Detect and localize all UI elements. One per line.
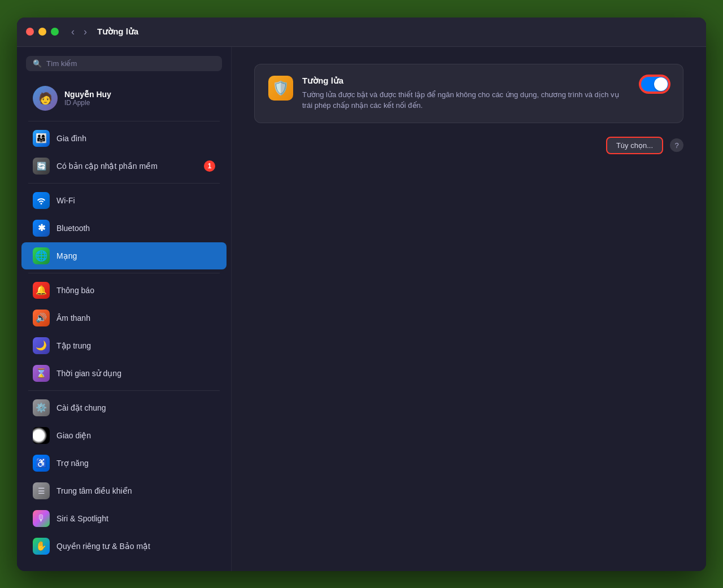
privacy-icon: ✋ <box>33 538 50 555</box>
toggle-knob <box>654 77 668 91</box>
options-button[interactable]: Tùy chọn... <box>606 137 663 154</box>
wifi-icon <box>33 192 50 209</box>
update-icon: 🔄 <box>33 158 50 175</box>
user-name: Nguyễn Huy <box>64 90 111 99</box>
sidebar: 🔍 🧑 Nguyễn Huy ID Apple 👨‍👩‍👧 Gia đình <box>17 47 232 571</box>
sidebar-item-label-siri: Siri & Spotlight <box>56 514 108 523</box>
main-panel: 🛡️ Tường lửa Tường lửa được bật và được … <box>232 47 706 571</box>
bluetooth-icon: ✱ <box>33 220 50 237</box>
sidebar-item-appearance[interactable]: Giao diện <box>21 422 227 449</box>
sound-icon: 🔊 <box>33 310 50 326</box>
firewall-toggle[interactable] <box>640 76 669 93</box>
forward-button[interactable]: › <box>80 25 90 39</box>
sidebar-item-focus[interactable]: 🌙 Tập trung <box>21 332 227 359</box>
family-icon: 👨‍👩‍👧 <box>33 130 50 147</box>
titlebar: ‹ › Tường lửa <box>17 18 706 47</box>
avatar: 🧑 <box>33 86 58 111</box>
separator-2 <box>28 183 220 184</box>
separator-1 <box>28 121 220 121</box>
firewall-title: Tường lửa <box>302 76 631 86</box>
search-input[interactable] <box>46 59 215 68</box>
sidebar-item-label-control: Trung tâm điều khiển <box>56 486 132 495</box>
sidebar-item-control[interactable]: ☰ Trung tâm điều khiển <box>21 477 227 504</box>
accessibility-icon: ♿ <box>33 455 50 472</box>
options-row: Tùy chọn... ? <box>254 137 683 154</box>
main-content: 🔍 🧑 Nguyễn Huy ID Apple 👨‍👩‍👧 Gia đình <box>17 47 706 571</box>
firewall-description: Tường lửa được bật và được thiết lập để … <box>302 89 631 111</box>
sidebar-item-label-focus: Tập trung <box>56 341 91 350</box>
general-icon: ⚙️ <box>33 399 50 416</box>
sidebar-item-label-screentime: Thời gian sử dụng <box>56 369 121 378</box>
update-left: 🔄 Có bản cập nhật phần mềm <box>33 158 158 175</box>
sidebar-item-sound[interactable]: 🔊 Âm thanh <box>21 304 227 332</box>
sidebar-item-general[interactable]: ⚙️ Cài đặt chung <box>21 394 227 421</box>
close-button[interactable] <box>26 28 34 36</box>
window-title: Tường lửa <box>97 27 138 37</box>
sidebar-item-wifi[interactable]: Wi-Fi <box>21 187 227 214</box>
sidebar-item-label-update: Có bản cập nhật phần mềm <box>56 162 158 171</box>
sidebar-item-update[interactable]: 🔄 Có bản cập nhật phần mềm 1 <box>21 153 227 180</box>
nav-buttons: ‹ › <box>68 25 90 39</box>
sidebar-item-label-network: Mạng <box>56 251 77 260</box>
separator-4 <box>28 390 220 391</box>
sidebar-item-label-wifi: Wi-Fi <box>56 196 75 205</box>
sidebar-item-label-family: Gia đình <box>56 134 86 143</box>
search-box[interactable]: 🔍 <box>26 56 222 71</box>
network-icon: 🌐 <box>33 247 50 264</box>
sidebar-item-label-appearance: Giao diện <box>56 431 91 440</box>
firewall-card-icon: 🛡️ <box>268 76 293 101</box>
control-icon: ☰ <box>33 482 50 499</box>
notifications-icon: 🔔 <box>33 282 50 299</box>
shield-icon: 🛡️ <box>272 80 289 96</box>
firewall-toggle-wrapper <box>640 76 669 93</box>
firewall-info: Tường lửa Tường lửa được bật và được thi… <box>302 76 631 111</box>
sidebar-item-notifications[interactable]: 🔔 Thông báo <box>21 277 227 304</box>
sidebar-item-label-privacy: Quyền riêng tư & Bảo mật <box>56 542 150 551</box>
sidebar-item-label-accessibility: Trợ năng <box>56 459 89 468</box>
screentime-icon: ⌛ <box>33 365 50 382</box>
sidebar-item-siri[interactable]: 🎙 Siri & Spotlight <box>21 505 227 532</box>
user-subtitle: ID Apple <box>64 99 111 107</box>
sidebar-item-label-notifications: Thông báo <box>56 286 94 295</box>
sidebar-item-label-sound: Âm thanh <box>56 313 90 323</box>
user-profile[interactable]: 🧑 Nguyễn Huy ID Apple <box>21 80 227 116</box>
settings-window: ‹ › Tường lửa 🔍 🧑 Nguyễn Huy ID Apple <box>17 18 706 571</box>
update-badge: 1 <box>204 160 215 172</box>
sidebar-item-label-bluetooth: Bluetooth <box>56 224 90 233</box>
sidebar-item-screentime[interactable]: ⌛ Thời gian sử dụng <box>21 360 227 387</box>
sidebar-item-family[interactable]: 👨‍👩‍👧 Gia đình <box>21 125 227 152</box>
sidebar-item-accessibility[interactable]: ♿ Trợ năng <box>21 450 227 477</box>
sidebar-item-privacy[interactable]: ✋ Quyền riêng tư & Bảo mật <box>21 533 227 560</box>
help-button[interactable]: ? <box>670 138 683 152</box>
sidebar-item-label-general: Cài đặt chung <box>56 403 106 412</box>
user-info: Nguyễn Huy ID Apple <box>64 90 111 107</box>
separator-3 <box>28 273 220 273</box>
search-icon: 🔍 <box>33 59 42 68</box>
siri-icon: 🎙 <box>33 510 50 527</box>
focus-icon: 🌙 <box>33 337 50 354</box>
minimize-button[interactable] <box>38 28 46 36</box>
back-button[interactable]: ‹ <box>68 25 78 39</box>
sidebar-item-bluetooth[interactable]: ✱ Bluetooth <box>21 215 227 242</box>
sidebar-item-network[interactable]: 🌐 Mạng <box>21 242 227 269</box>
firewall-card: 🛡️ Tường lửa Tường lửa được bật và được … <box>254 64 683 123</box>
appearance-icon <box>33 427 50 444</box>
traffic-lights <box>26 28 59 36</box>
maximize-button[interactable] <box>51 28 59 36</box>
